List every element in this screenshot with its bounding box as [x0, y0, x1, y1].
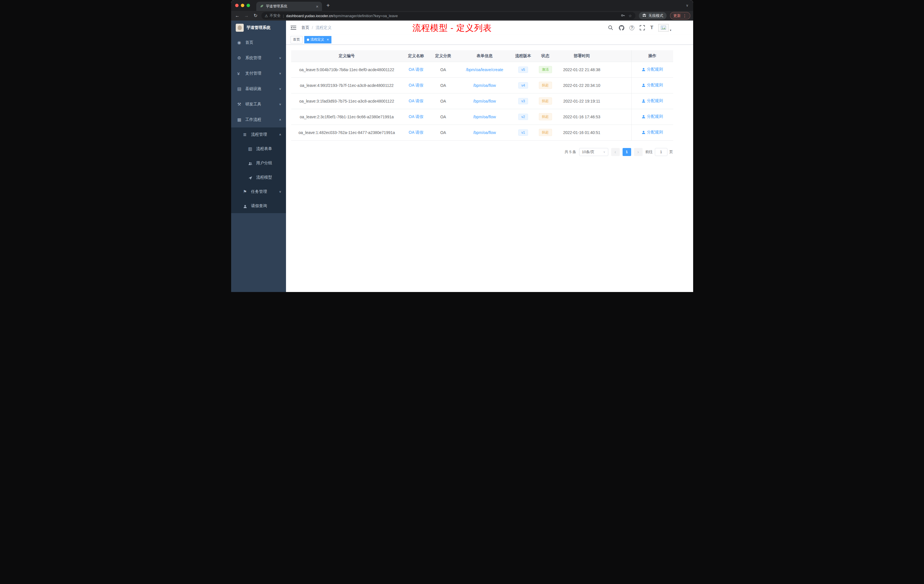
- security-status[interactable]: ⚠ 不安全: [265, 13, 281, 18]
- page-size-select[interactable]: 10条/页 ∨: [579, 148, 608, 156]
- definition-name-link[interactable]: OA 请假: [409, 114, 423, 119]
- column-header-actions: 操作: [632, 50, 673, 62]
- tag-close-icon[interactable]: ×: [327, 38, 329, 42]
- sidebar-item-label: 流程表单: [256, 146, 281, 152]
- form-link[interactable]: /bpm/oa/flow: [473, 83, 496, 88]
- table-row: oa_leave:1:482ec033-762a-11ec-8477-a2380…: [291, 125, 673, 140]
- goto-page-input[interactable]: [655, 148, 667, 156]
- back-button[interactable]: ←: [234, 13, 241, 18]
- tab-close-icon[interactable]: ×: [316, 4, 318, 9]
- column-header-version: 流程版本: [513, 50, 534, 62]
- sidebar-item-leave-query[interactable]: 请假查询: [231, 199, 286, 213]
- definition-name-link[interactable]: OA 请假: [409, 67, 423, 72]
- form-link[interactable]: /bpm/oa/leave/create: [466, 68, 503, 72]
- version-badge: v4: [518, 82, 528, 89]
- breadcrumb-home-link[interactable]: 首页: [302, 25, 309, 30]
- bookmark-star-icon[interactable]: ☆: [629, 14, 632, 18]
- form-link[interactable]: /bpm/oa/flow: [473, 130, 496, 135]
- dashboard-icon: ◉: [238, 40, 244, 45]
- assign-rule-link[interactable]: 分配规则: [642, 130, 663, 135]
- sidebar-item-user-group[interactable]: 用户分组: [231, 156, 286, 170]
- assign-rule-link[interactable]: 分配规则: [642, 114, 663, 119]
- column-header-category: 定义分类: [430, 50, 457, 62]
- window-close-button[interactable]: [235, 4, 239, 7]
- tools-icon: ⚒: [238, 102, 244, 107]
- deploy-time: 2022-01-16 17:46:53: [557, 109, 607, 125]
- sidebar-item-system-management[interactable]: ⚙ 系统管理 ∨: [231, 50, 286, 66]
- reload-button[interactable]: ↻: [252, 13, 259, 18]
- tab-search-caret-icon[interactable]: ∨: [686, 3, 688, 7]
- tag-process-definition[interactable]: 流程定义 ×: [304, 36, 332, 43]
- sidebar: 芋道管理系统 ◉ 首页 ⚙ 系统管理 ∨ ¥ 支付管理 ∨ ▤ 基础设施 ∨: [231, 21, 286, 292]
- sidebar-item-task-management[interactable]: ⚑ 任务管理 ∨: [231, 185, 286, 199]
- chevron-down-icon: ∨: [279, 87, 281, 90]
- browser-update-button[interactable]: 更新 ⋮: [670, 12, 690, 20]
- version-badge: v3: [518, 98, 528, 104]
- status-badge: 挂起: [539, 129, 552, 136]
- tags-view: 首页 流程定义 ×: [286, 35, 693, 45]
- definition-category: OA: [430, 125, 457, 140]
- url-path: /bpm/manager/definition?key=oa_leave: [333, 14, 398, 18]
- column-header-form: 表单信息: [457, 50, 513, 62]
- user-menu[interactable]: ▾: [658, 24, 671, 32]
- column-header-time: 部署时间: [557, 50, 607, 62]
- table-row: oa_leave:3:1fad3d93-7b75-11ec-a3c8-acde4…: [291, 93, 673, 109]
- sidebar-item-payment-management[interactable]: ¥ 支付管理 ∨: [231, 66, 286, 81]
- form-link[interactable]: /bpm/oa/flow: [473, 99, 496, 104]
- help-icon[interactable]: ?: [629, 25, 634, 30]
- definition-id: oa_leave:3:1fad3d93-7b75-11ec-a3c8-acde4…: [291, 93, 403, 109]
- assign-rule-link[interactable]: 分配规则: [642, 98, 663, 104]
- search-icon[interactable]: [608, 25, 614, 31]
- sidebar-item-process-form[interactable]: ▥ 流程表单: [231, 142, 286, 156]
- sidebar-toggle-icon[interactable]: [290, 25, 296, 30]
- browser-tab[interactable]: 芋道管理系统 ×: [256, 2, 322, 11]
- tag-home[interactable]: 首页: [290, 36, 303, 43]
- prev-page-button[interactable]: ‹: [611, 148, 620, 156]
- sidebar-item-infrastructure[interactable]: ▤ 基础设施 ∨: [231, 81, 286, 97]
- security-label: 不安全: [269, 13, 280, 18]
- new-tab-button[interactable]: +: [327, 3, 330, 8]
- sidebar-item-process-model[interactable]: 流程模型: [231, 170, 286, 185]
- table-row: oa_leave:5:004b710b-7b8a-11ec-8ef0-acde4…: [291, 62, 673, 78]
- browser-window: 芋道管理系统 × + ∨ ← → ↻ ⚠ 不安全 | dashboard.yud…: [231, 0, 693, 292]
- sidebar-item-process-management[interactable]: ≣ 流程管理 ∧: [231, 127, 286, 142]
- font-size-icon[interactable]: T: [650, 25, 653, 31]
- github-icon[interactable]: [619, 25, 624, 31]
- browser-menu-icon[interactable]: ⋮: [683, 13, 687, 18]
- user-icon: [642, 115, 645, 119]
- address-bar[interactable]: ⚠ 不安全 | dashboard.yudao.iocoder.cn/bpm/m…: [261, 12, 635, 20]
- user-icon: [243, 203, 250, 208]
- tab-favicon-icon: [260, 4, 264, 9]
- current-page-button[interactable]: 1: [622, 148, 631, 156]
- sidebar-item-home[interactable]: ◉ 首页: [231, 35, 286, 50]
- table-row: oa_leave:2:3c1f0ef1-76b1-11ec-9c66-a2380…: [291, 109, 673, 125]
- version-badge: v2: [518, 114, 528, 120]
- gap-cell: [607, 78, 632, 93]
- sidebar-item-workflow[interactable]: ▦ 工作流程 ∧: [231, 112, 286, 127]
- next-page-button[interactable]: ›: [634, 148, 643, 156]
- warning-icon: ⚠: [265, 14, 268, 18]
- assign-rule-link[interactable]: 分配规则: [642, 67, 663, 72]
- sidebar-item-dev-tools[interactable]: ⚒ 研发工具 ∨: [231, 97, 286, 112]
- column-header-gap: [607, 50, 632, 62]
- breadcrumb-current: 流程定义: [315, 25, 332, 30]
- status-badge: 挂起: [539, 97, 552, 105]
- gap-cell: [607, 93, 632, 109]
- assign-rule-link[interactable]: 分配规则: [642, 82, 663, 88]
- sidebar-item-label: 请假查询: [251, 203, 281, 209]
- fullscreen-icon[interactable]: [639, 25, 645, 31]
- password-key-icon[interactable]: [620, 13, 625, 18]
- form-icon: ▥: [248, 146, 255, 152]
- user-icon: [642, 83, 645, 87]
- definition-name-link[interactable]: OA 请假: [409, 130, 423, 135]
- status-badge: 挂起: [539, 113, 552, 120]
- definition-category: OA: [430, 93, 457, 109]
- form-link[interactable]: /bpm/oa/flow: [473, 115, 496, 119]
- page-size-value: 10条/页: [582, 149, 594, 155]
- definition-name-link[interactable]: OA 请假: [409, 99, 423, 103]
- sidebar-logo[interactable]: 芋道管理系统: [231, 21, 286, 35]
- window-minimize-button[interactable]: [241, 4, 244, 7]
- forward-button[interactable]: →: [243, 13, 250, 18]
- definition-name-link[interactable]: OA 请假: [409, 83, 423, 87]
- window-zoom-button[interactable]: [247, 4, 250, 7]
